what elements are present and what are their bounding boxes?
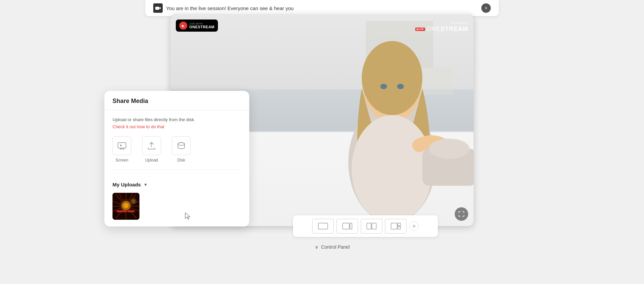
- notification-bar: You are in the live session! Everyone ca…: [145, 0, 499, 16]
- svg-rect-16: [398, 223, 400, 226]
- control-panel-label: Control Panel: [321, 244, 350, 250]
- svg-rect-38: [117, 210, 127, 212]
- screen-icon: [112, 136, 131, 155]
- my-uploads-title: My Uploads: [112, 182, 141, 187]
- logo-play-icon: ▶: [179, 22, 187, 30]
- video-content: [304, 28, 474, 226]
- svg-point-9: [429, 139, 470, 159]
- control-panel-button[interactable]: ∨ Control Panel: [315, 244, 350, 250]
- fullscreen-button[interactable]: [455, 207, 468, 221]
- svg-rect-14: [372, 223, 376, 229]
- svg-point-5: [380, 84, 387, 89]
- notification-close-button[interactable]: ×: [481, 3, 491, 13]
- chevron-down-icon: ∨: [315, 244, 318, 250]
- svg-point-7: [352, 115, 432, 223]
- camera-icon: [153, 3, 163, 13]
- svg-rect-11: [343, 223, 349, 229]
- panel-description: Upload or share files directly from the …: [112, 117, 241, 122]
- disk-label: Disk: [177, 158, 185, 163]
- layouts-bar: >: [293, 215, 438, 237]
- powered-onestream-logo: ▶LIVE ONESTREAM: [415, 26, 468, 33]
- disk-icon: [172, 136, 191, 155]
- layout-three-panel[interactable]: [385, 219, 407, 234]
- notification-text: You are in the live session! Everyone ca…: [166, 5, 294, 11]
- layout-single[interactable]: [312, 219, 334, 234]
- panel-header: Share Media: [104, 91, 249, 110]
- svg-point-19: [178, 143, 185, 145]
- svg-point-37: [123, 203, 129, 208]
- svg-rect-39: [127, 210, 135, 212]
- my-uploads-chevron: ▼: [143, 182, 148, 187]
- svg-rect-0: [155, 7, 159, 10]
- svg-rect-17: [398, 226, 400, 229]
- svg-point-41: [131, 199, 135, 203]
- svg-rect-10: [318, 223, 328, 229]
- layouts-next-button[interactable]: >: [409, 221, 419, 231]
- screen-share-option[interactable]: Screen: [112, 136, 131, 163]
- svg-rect-15: [391, 223, 397, 229]
- uploads-grid: [112, 193, 241, 220]
- onestream-logo: ▶ LIVE WITH ONESTREAM: [176, 20, 218, 32]
- layout-pip[interactable]: [336, 219, 358, 234]
- share-options: Screen Upload: [112, 136, 241, 170]
- my-uploads-section: My Uploads ▼: [104, 176, 249, 226]
- svg-point-4: [362, 41, 422, 115]
- upload-thumbnail[interactable]: [112, 193, 139, 220]
- upload-option[interactable]: Upload: [142, 136, 161, 163]
- my-uploads-header[interactable]: My Uploads ▼: [112, 182, 241, 187]
- panel-title: Share Media: [112, 98, 148, 104]
- layout-side-by-side[interactable]: [361, 219, 382, 234]
- disk-option[interactable]: Disk: [172, 136, 191, 163]
- svg-point-6: [397, 84, 404, 89]
- thumbnail-image: [112, 193, 139, 220]
- svg-rect-12: [350, 223, 352, 229]
- upload-icon: [142, 136, 161, 155]
- powered-by-badge: Powered by ▶LIVE ONESTREAM: [415, 20, 468, 33]
- notification-content: You are in the live session! Everyone ca…: [153, 3, 294, 13]
- panel-body: Upload or share files directly from the …: [104, 110, 249, 176]
- share-media-panel: Share Media Upload or share files direct…: [104, 91, 249, 226]
- svg-rect-13: [367, 223, 371, 229]
- upload-label: Upload: [145, 158, 158, 163]
- panel-help-link[interactable]: Check it out how to do that: [112, 124, 164, 129]
- logo-text: LIVE WITH ONESTREAM: [189, 23, 215, 29]
- screen-label: Screen: [116, 158, 128, 163]
